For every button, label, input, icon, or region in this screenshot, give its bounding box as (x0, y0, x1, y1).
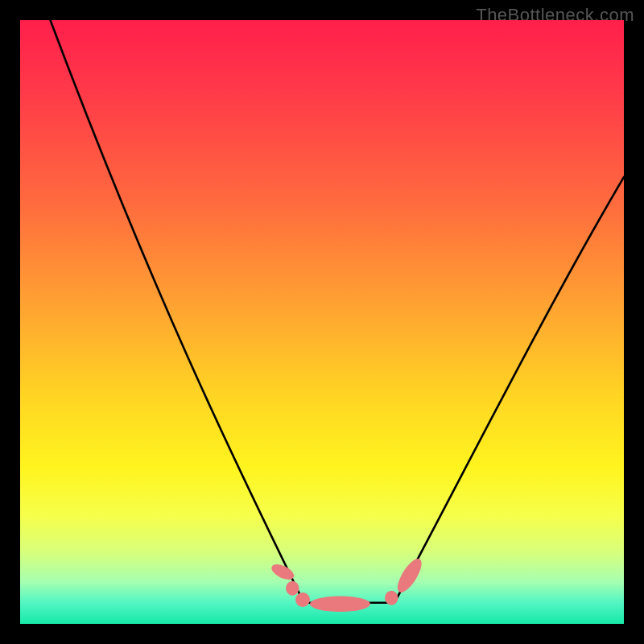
curve-marker (295, 592, 310, 607)
bottleneck-curve (20, 20, 624, 624)
curve-marker (385, 591, 398, 605)
curve-marker (393, 555, 426, 596)
curve-marker (286, 581, 299, 596)
curve-marker (310, 597, 370, 613)
frame: TheBottleneck.com (0, 0, 644, 644)
plot-area (20, 20, 624, 624)
